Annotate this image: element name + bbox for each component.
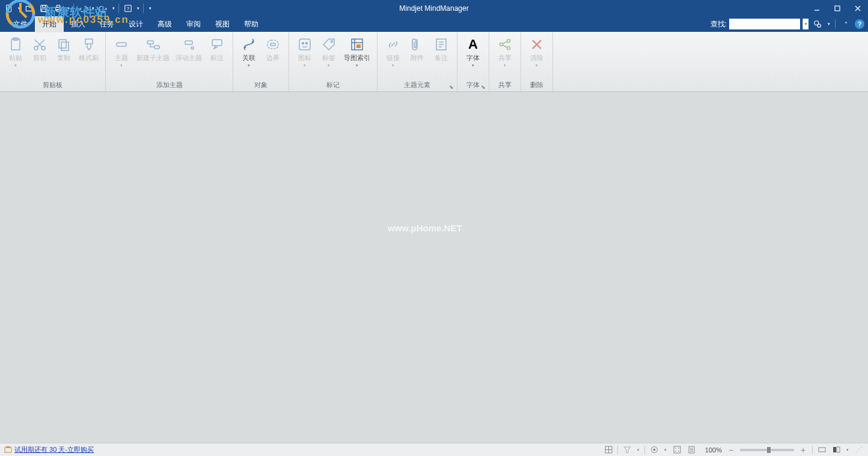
fit-page-button[interactable] [686, 445, 697, 455]
cut-icon [31, 36, 48, 53]
group-label: 添加主题 [106, 81, 233, 91]
menu-review[interactable]: 审阅 [179, 16, 208, 32]
fit-window-button[interactable] [671, 445, 682, 455]
group-buttons: 粘贴▾剪切复制格式刷 [0, 32, 105, 81]
ribbon: 粘贴▾剪切复制格式刷剪贴板主题▾新建子主题浮动主题标注添加主题关联▾边界对象图标… [0, 32, 868, 92]
undo-dropdown[interactable]: ▾ [91, 6, 96, 11]
new-file-dropdown[interactable]: ▾ [17, 6, 22, 11]
canvas[interactable]: www.pHome.NET [0, 92, 868, 443]
svg-rect-66 [819, 448, 825, 452]
redo-button[interactable] [97, 2, 110, 15]
menu-advanced[interactable]: 高级 [150, 16, 179, 32]
paste-icon [7, 36, 24, 53]
zoom-target-button[interactable] [649, 445, 659, 455]
dialog-launcher-icon[interactable]: ⬊ [480, 84, 487, 91]
zoom-in-button[interactable]: + [798, 445, 808, 455]
ribbon-cut-button: 剪切 [28, 34, 52, 62]
group-label: 对象 [233, 81, 289, 91]
ribbon-button-label: 导图索引 [344, 54, 370, 62]
menu-task[interactable]: 任务 [93, 16, 121, 32]
save-button[interactable] [37, 2, 50, 15]
ribbon-group-0: 粘贴▾剪切复制格式刷剪贴板 [0, 32, 106, 91]
zoom-slider-thumb[interactable] [767, 447, 771, 453]
search-input[interactable] [729, 19, 800, 29]
quick-access-toolbar: ▾ ▾ ▾ ▾ ? ▾ ▾ [0, 2, 154, 15]
svg-rect-25 [147, 41, 153, 44]
menu-design[interactable]: 设计 [121, 16, 150, 32]
ribbon-group-5: A字体▾字体⬊ [457, 32, 489, 91]
taskpane-dropdown[interactable]: ▾ [845, 448, 850, 452]
close-button[interactable] [848, 0, 868, 16]
zoom-slider[interactable] [740, 449, 794, 451]
float-icon [180, 36, 197, 53]
qat-customize-dropdown[interactable]: ▾ [146, 6, 154, 11]
search-dropdown[interactable]: ▾ [802, 19, 808, 29]
menu-help[interactable]: 帮助 [237, 16, 266, 32]
svg-rect-2 [42, 5, 45, 7]
redo-dropdown[interactable]: ▾ [111, 6, 116, 11]
undo-button[interactable] [76, 2, 90, 15]
group-buttons: 关联▾边界 [233, 32, 289, 81]
svg-rect-30 [267, 40, 278, 49]
status-sep-3 [812, 446, 813, 454]
ribbon-group-4: 链接▾附件备注主题元素⬊ [377, 32, 457, 91]
svg-point-34 [306, 43, 308, 44]
subtopic-icon [145, 36, 162, 53]
zoom-out-button[interactable]: − [726, 445, 736, 455]
open-file-button[interactable] [23, 2, 36, 15]
ribbon-font-button[interactable]: A字体▾ [461, 34, 485, 68]
svg-rect-67 [833, 447, 836, 452]
ribbon-relation-button[interactable]: 关联▾ [237, 34, 261, 68]
copy-icon [55, 36, 72, 53]
print-dropdown[interactable]: ▾ [66, 6, 71, 11]
zoom-target-dropdown[interactable]: ▾ [663, 448, 668, 452]
search-separator [835, 19, 836, 29]
view-map-button[interactable] [603, 445, 614, 455]
dialog-launcher-icon[interactable]: ⬊ [448, 84, 455, 91]
svg-line-15 [818, 24, 818, 25]
dropdown-arrow-icon: ▾ [536, 63, 538, 68]
taskpane-button[interactable] [831, 445, 842, 455]
svg-rect-5 [57, 5, 60, 7]
search-go-button[interactable] [811, 18, 824, 30]
menu-view[interactable]: 视图 [208, 16, 237, 32]
filter-button[interactable] [622, 445, 632, 455]
ribbon-group-2: 关联▾边界对象 [233, 32, 289, 91]
ribbon-button-label: 复制 [57, 54, 70, 62]
view-mode-button[interactable] [816, 445, 827, 455]
resize-grip[interactable]: ⋰ [854, 445, 864, 455]
dropdown-arrow-icon: ▾ [14, 63, 17, 68]
group-label: 主题元素⬊ [377, 81, 457, 91]
menu-insert[interactable]: 插入 [64, 16, 93, 32]
filter-dropdown[interactable]: ▾ [636, 448, 641, 452]
ribbon-attach-button: 附件 [405, 34, 429, 62]
ribbon-index-button[interactable]: 导图索引▾ [341, 34, 373, 68]
tag-icon [320, 36, 337, 53]
help-qat-dropdown[interactable]: ▾ [136, 6, 141, 11]
trial-purchase-link[interactable]: 试用期还有 30 天-立即购买 [14, 445, 94, 454]
ribbon-button-label: 边界 [266, 54, 280, 62]
boundary-icon [264, 36, 281, 53]
collapse-ribbon-button[interactable]: ˄ [839, 17, 852, 31]
svg-rect-61 [674, 446, 680, 453]
menu-home[interactable]: 开始 [35, 16, 64, 32]
maximize-button[interactable] [827, 0, 848, 16]
new-file-button[interactable] [2, 2, 16, 15]
ribbon-button-label: 清除 [530, 54, 543, 62]
group-buttons: 共享▾ [489, 32, 521, 81]
search-options-dropdown[interactable]: ▾ [827, 22, 831, 26]
group-label: 标记 [289, 81, 377, 91]
ribbon-notes-button: 备注 [429, 34, 453, 62]
help-qat-button[interactable]: ? [121, 2, 135, 15]
print-button[interactable] [52, 2, 65, 15]
menu-file[interactable]: 文件 [6, 16, 35, 32]
help-button[interactable]: ? [855, 19, 864, 29]
zoom-level[interactable]: 100% [700, 446, 722, 454]
brush-icon [81, 36, 97, 53]
ribbon-group-3: 图标▾标签▾导图索引▾标记 [289, 32, 377, 91]
relation-icon [240, 36, 257, 53]
notes-icon [433, 36, 450, 53]
minimize-button[interactable] [807, 0, 827, 16]
qat-separator-3 [143, 4, 144, 13]
group-label: 字体⬊ [457, 81, 489, 91]
